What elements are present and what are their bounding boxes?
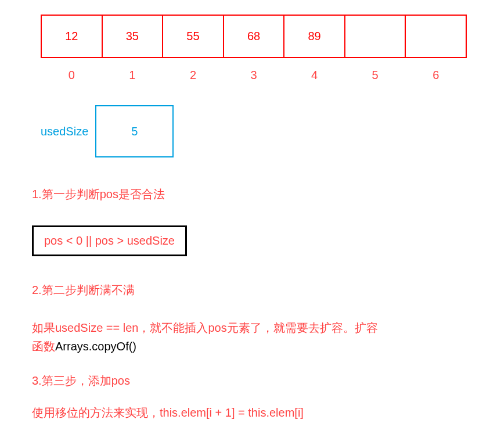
index-2: 2 bbox=[162, 69, 224, 82]
array-cell-4: 89 bbox=[283, 15, 345, 58]
index-6: 6 bbox=[405, 69, 467, 82]
step-4-text: 使用移位的方法来实现，this.elem[i + 1] = this.elem[… bbox=[32, 405, 467, 421]
step-2-text: 2.第二步判断满不满 bbox=[32, 282, 467, 298]
usedsize-label: usedSize bbox=[41, 125, 88, 138]
array-cell-3: 68 bbox=[223, 15, 285, 58]
step-1-text: 1.第一步判断pos是否合法 bbox=[32, 187, 467, 202]
step-3-text: 3.第三步，添加pos bbox=[32, 373, 467, 389]
array-cell-0: 12 bbox=[41, 15, 103, 58]
array-row: 12 35 55 68 89 bbox=[41, 15, 467, 58]
index-4: 4 bbox=[283, 69, 345, 82]
array-cell-2: 55 bbox=[162, 15, 224, 58]
array-cell-5 bbox=[344, 15, 406, 58]
condition-text: pos < 0 || pos > usedSize bbox=[44, 234, 175, 247]
usedsize-box: 5 bbox=[95, 105, 174, 157]
usedsize-container: usedSize 5 bbox=[41, 105, 467, 157]
index-3: 3 bbox=[223, 69, 285, 82]
index-0: 0 bbox=[41, 69, 103, 82]
array-cell-6 bbox=[405, 15, 467, 58]
array-cell-1: 35 bbox=[102, 15, 164, 58]
index-5: 5 bbox=[344, 69, 406, 82]
index-row: 0 1 2 3 4 5 6 bbox=[41, 69, 467, 82]
index-1: 1 bbox=[102, 69, 164, 82]
description-text: 如果usedSize == len，就不能插入pos元素了，就需要去扩容。扩容函… bbox=[32, 318, 380, 356]
condition-box: pos < 0 || pos > usedSize bbox=[32, 225, 187, 256]
description-black-part: Arrays.copyOf() bbox=[55, 340, 136, 353]
